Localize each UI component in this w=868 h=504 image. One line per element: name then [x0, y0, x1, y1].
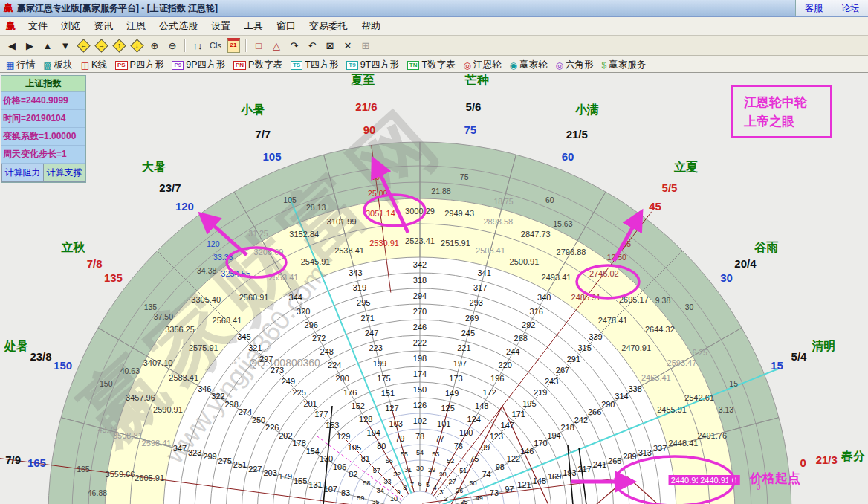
panel-row-2: 变换系数=1.00000: [1, 128, 85, 146]
winner-wheel-label: 赢家轮: [519, 59, 548, 71]
diamond-up-icon[interactable]: ↑: [111, 38, 127, 53]
nav-prev-icon[interactable]: ◀: [4, 38, 20, 53]
wheel-number: 78: [415, 432, 424, 441]
updown-icon[interactable]: ↑↓: [190, 38, 206, 53]
wheel-number: 227: [248, 465, 262, 474]
wheel-number: 179: [279, 472, 292, 481]
angle-label: 150: [54, 359, 72, 372]
module-quotes[interactable]: ▦行情: [4, 58, 36, 72]
menu-item-1[interactable]: 浏览: [54, 18, 87, 34]
wheel-number: 49: [476, 494, 483, 502]
module-hexagon[interactable]: ◎六角形: [554, 58, 595, 72]
wheel-number: 155: [294, 476, 307, 485]
fraction-label: 21.88: [431, 187, 450, 196]
sectors-icon: ▩: [43, 61, 51, 70]
menu-item-0[interactable]: 文件: [22, 18, 54, 34]
wheel-number: 4: [433, 484, 437, 491]
menu-item-8[interactable]: 交易委托: [302, 18, 354, 34]
wheel-number: 28: [439, 471, 447, 478]
calendar-icon[interactable]: 21: [225, 38, 242, 53]
wheel-number: 271: [361, 314, 375, 323]
module-gann-wheel[interactable]: ◎江恩轮: [462, 58, 503, 72]
inner-price-label: 2560.91: [239, 293, 269, 302]
inner-price-label: 2455.91: [657, 405, 687, 414]
inner-price-label: 2583.41: [169, 373, 198, 382]
wheel-number: 75: [470, 454, 479, 463]
gann-wheel-label: 江恩轮: [473, 59, 502, 71]
calc-resistance-button[interactable]: 计算阻力: [1, 164, 44, 182]
wheel-number: 219: [534, 388, 547, 397]
zoom-out-icon[interactable]: ⊖: [164, 38, 181, 53]
forum-button[interactable]: 论坛: [832, 0, 868, 16]
index-name: 上证指数: [1, 76, 85, 92]
scatter-icon[interactable]: ✕: [340, 38, 356, 53]
wheel-number: 27: [448, 478, 456, 485]
wheel-number: 320: [297, 307, 310, 316]
wheel-number: 201: [303, 399, 317, 408]
outer-price-label: 2796.88: [557, 248, 586, 256]
diamond-left-icon[interactable]: ←: [75, 38, 91, 53]
wheel-number: 202: [279, 431, 292, 440]
triangle-tool-icon[interactable]: △: [268, 38, 285, 53]
boxed-x-icon[interactable]: ⊠: [322, 38, 338, 53]
wheel-number: 26: [456, 487, 463, 494]
solar-term-label: 立秋: [61, 241, 86, 253]
wheel-number: 82: [349, 470, 357, 479]
wheel-number: 151: [381, 389, 395, 398]
wheel-number: 247: [365, 329, 378, 337]
9t-square-label: 9T四方形: [360, 59, 399, 71]
square-tool-icon[interactable]: □: [250, 38, 267, 53]
customer-service-button[interactable]: 客服: [795, 0, 832, 16]
menu-item-5[interactable]: 设置: [204, 18, 237, 34]
title-bar: 赢 赢家江恩专业版[赢家服务平台] - [上证指数 江恩轮] 客服 论坛: [0, 0, 868, 17]
diamond-right-icon[interactable]: →: [93, 38, 109, 53]
menu-item-6[interactable]: 工具: [237, 18, 270, 34]
inner-price-label: 2493.41: [542, 273, 571, 282]
module-winner-wheel[interactable]: ◉赢家轮: [508, 58, 549, 72]
menu-item-3[interactable]: 江恩: [120, 18, 152, 34]
wheel-number: 199: [373, 359, 386, 368]
cls-button[interactable]: Cls: [207, 38, 224, 53]
inner-price-label: 2545.91: [301, 257, 331, 266]
rotate-cw-icon[interactable]: ↷: [286, 38, 302, 53]
wheel-number: 104: [367, 428, 380, 437]
wheel-number: 246: [413, 323, 427, 332]
wheel-number: 224: [328, 361, 341, 369]
module-sectors[interactable]: ▩板块: [42, 58, 74, 72]
t-square-label: T四方形: [305, 59, 338, 71]
wheel-number: 273: [271, 366, 284, 375]
9p-square-label: 9P四方形: [186, 59, 225, 71]
module-kline[interactable]: ◫K线: [80, 58, 108, 72]
pin-icon[interactable]: ⊞: [357, 38, 374, 53]
price-start-chip-text: 2440.91: [671, 476, 701, 485]
wheel-number: 318: [413, 276, 427, 285]
module-t-table[interactable]: TNT数字表: [406, 58, 457, 72]
p-square-label: P四方形: [130, 59, 164, 71]
date-label: 5/4: [791, 350, 808, 363]
menu-item-4[interactable]: 公式选股: [152, 18, 204, 34]
menu-item-9[interactable]: 帮助: [354, 18, 387, 34]
toolbar-separator: [184, 39, 186, 52]
module-t-square[interactable]: TST四方形: [289, 58, 340, 72]
module-winner-service[interactable]: $赢家服务: [600, 58, 648, 72]
menu-item-7[interactable]: 窗口: [270, 18, 302, 34]
diamond-down-icon[interactable]: ↓: [129, 38, 145, 53]
fraction-label: 31.25: [248, 229, 268, 238]
module-p-table[interactable]: PNP数字表: [232, 58, 284, 72]
fraction-label: 18.75: [493, 197, 513, 206]
calc-support-button[interactable]: 计算支撑: [44, 164, 85, 182]
fraction-label: 3.13: [719, 405, 734, 414]
nav-next-icon[interactable]: ▶: [22, 38, 38, 53]
module-9t-square[interactable]: T99T四方形: [345, 58, 400, 72]
eye-annotation-line2: 上帝之眼: [744, 112, 830, 132]
angle-label: 15: [771, 359, 783, 372]
module-9p-square[interactable]: P99P四方形: [170, 58, 227, 72]
rotate-ccw-icon[interactable]: ↶: [304, 38, 320, 53]
pointer-down-icon[interactable]: ▼: [57, 38, 74, 53]
pointer-up-icon[interactable]: ▲: [39, 38, 56, 53]
zoom-in-icon[interactable]: ⊕: [146, 38, 163, 53]
gann-wheel-icon: ◎: [464, 61, 471, 70]
module-p-square[interactable]: PSP四方形: [114, 58, 166, 72]
menu-item-2[interactable]: 资讯: [87, 18, 120, 34]
wheel-number: 6: [418, 480, 421, 488]
